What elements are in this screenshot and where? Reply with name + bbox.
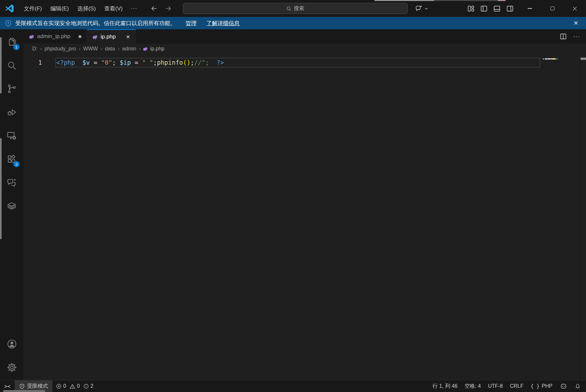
code-token: $ip [120,59,131,66]
code-token: ; [153,59,157,66]
settings-button[interactable] [4,359,20,375]
breadcrumb-file[interactable]: ip.php [143,46,164,52]
search-input[interactable]: 搜索 [183,3,408,14]
breadcrumb-separator: › [116,46,121,52]
breadcrumb-segment[interactable]: admin [121,46,137,52]
extensions-badge: 3 [13,161,20,167]
cursor-position-status[interactable]: 行 1, 列 46 [429,380,461,392]
language-status[interactable]: { } PHP [527,380,556,392]
breadcrumb-segment[interactable]: data [104,46,116,52]
minimap[interactable] [540,54,580,380]
code-token: ?> [216,59,224,66]
menu-item[interactable]: 选择(S) [73,3,100,14]
container-tools-activity-button[interactable] [4,198,20,214]
learn-more-link[interactable]: 了解详细信息 [206,20,240,27]
tab-close-icon[interactable]: ✕ [126,34,130,40]
encoding-status[interactable]: UTF-8 [484,380,506,392]
extensions-activity-button[interactable]: 3 [4,151,20,167]
menu-item[interactable]: 文件(F) [20,3,46,14]
menu-more-button[interactable]: ··· [127,3,141,14]
menu-item[interactable]: 编辑(E) [46,3,73,14]
breadcrumb-segment[interactable]: D: [32,46,38,52]
vscode-window: 文件(F)编辑(E)选择(S)查看(V) ··· 搜索 [0,0,586,392]
breadcrumb-separator: › [38,46,44,52]
braces-icon: { } [531,383,539,389]
split-editor-icon[interactable] [560,33,567,40]
accounts-button[interactable] [4,336,20,352]
more-actions-button[interactable]: ··· [573,33,580,40]
chevron-down-icon [424,7,428,11]
forward-arrow-icon[interactable] [165,5,172,12]
source-control-activity-button[interactable] [4,81,20,97]
background-window-artifact [498,0,506,1]
copilot-status[interactable] [556,380,571,392]
search-icon [286,6,291,11]
copilot-chat-icon [415,5,423,13]
manage-link[interactable]: 管理 [186,20,197,27]
menu-item[interactable]: 查看(V) [100,3,127,14]
copilot-icon [560,382,567,390]
search-activity-button[interactable] [4,57,20,74]
explorer-activity-button[interactable]: 1 [4,34,20,50]
minimize-button[interactable] [519,0,541,17]
breadcrumb-segment[interactable]: WWW [82,46,98,52]
banner-close-icon[interactable]: ✕ [571,20,581,27]
window-controls [519,0,586,17]
breadcrumb-segment[interactable]: phpstudy_pro [44,46,77,52]
toggle-secondary-sidebar-icon[interactable] [506,5,514,12]
code-editor[interactable]: 1 <?php $v = "0"; $ip = " ";phpinfo();//… [23,54,586,380]
indentation-status[interactable]: 空格: 4 [461,380,484,392]
warning-icon [70,384,75,389]
notifications-button[interactable] [571,380,586,392]
toggle-panel-icon[interactable] [493,5,501,12]
run-debug-activity-button[interactable] [4,104,20,120]
code-token: "0" [101,59,112,66]
toggle-sidebar-icon[interactable] [480,5,488,12]
close-window-button[interactable] [564,0,586,17]
back-arrow-icon[interactable] [150,5,158,12]
minimize-icon [528,8,532,9]
copilot-button[interactable] [415,5,428,13]
tab-ip-php[interactable]: ip.php ✕ [87,29,136,44]
maximize-button[interactable] [541,0,564,17]
code-token: = [90,59,101,66]
close-icon [572,6,577,11]
code-token: ) [187,59,190,66]
modified-dot-icon[interactable] [78,35,81,38]
breadcrumb-file-label: ip.php [150,46,164,52]
php-file-icon [92,34,98,40]
explorer-badge: 1 [13,44,20,50]
banner-message: 受限模式旨在实现安全地浏览代码。信任此窗口以启用所有功能。 [15,20,176,27]
bell-icon [575,383,581,389]
chat-activity-button[interactable] [4,174,20,191]
gear-icon [7,362,17,373]
layout-controls [467,5,514,12]
code-token: ; [112,59,120,66]
search-placeholder: 搜索 [294,5,304,12]
editor-group: admin_ip.php ip.php ✕ ··· [23,29,586,380]
code-token: = [131,59,142,66]
remote-explorer-activity-button[interactable] [4,128,20,144]
code-token: ; [190,59,194,66]
search-icon [7,60,17,71]
git-branch-icon [7,84,17,94]
restricted-mode-label: 受限模式 [27,383,48,390]
activity-bar: 1 [0,29,23,380]
scrollbar-thumb[interactable] [580,58,586,60]
account-icon [7,339,17,349]
customize-layout-icon[interactable] [467,5,475,12]
background-window-artifact [0,37,2,93]
scrollbar[interactable] [580,54,586,380]
restricted-mode-banner: 受限模式旨在实现安全地浏览代码。信任此窗口以启用所有功能。 管理 了解详细信息 … [0,17,586,29]
tab-admin-ip-php[interactable]: admin_ip.php [23,29,87,44]
warning-count: 0 [77,383,80,389]
tab-label: ip.php [101,34,116,40]
problems-status[interactable]: 0 0 2 [52,380,99,392]
code-token: ( [183,59,187,66]
nav-arrows [150,5,172,12]
eol-status[interactable]: CRLF [506,380,527,392]
menu-bar: 文件(F)编辑(E)选择(S)查看(V) [20,3,127,14]
language-label: PHP [542,383,552,389]
workspace-trust-shield-icon [5,20,12,27]
background-window-artifact [434,0,498,1]
